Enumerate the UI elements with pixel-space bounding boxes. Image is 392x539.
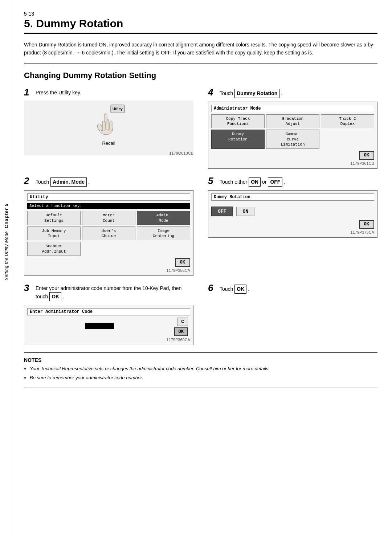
step-1-image: Utility: [24, 101, 193, 155]
side-setting-label: Setting the Utility Mode: [4, 231, 9, 280]
step-3-screen-title: Enter Administrator Code: [27, 308, 190, 315]
step-3-c-btn[interactable]: C: [177, 318, 188, 326]
step-1-caption: 1179O010CB: [24, 151, 193, 155]
step-6-number: 6: [208, 283, 217, 293]
step-1-text: Press the Utility key.: [36, 87, 81, 97]
svg-rect-3: [102, 121, 105, 131]
step-2-block: 2 Touch Admin. Mode . Utility Select a f…: [24, 176, 193, 276]
step-2-btn-scanner[interactable]: Scanner Addr.Input: [27, 242, 81, 256]
step-3-box: OK: [49, 292, 61, 301]
step-3-body: C OK: [27, 318, 190, 336]
step-3-number: 3: [24, 283, 33, 293]
svg-text:Utility: Utility: [113, 107, 123, 111]
step-5-box-off: OFF: [268, 177, 282, 187]
notes-list: Your Technical Representative sets or ch…: [24, 365, 377, 382]
step-4-number: 4: [208, 87, 217, 97]
step-5-screen-title: Dummy Rotation: [211, 193, 374, 201]
step-2-btn-image[interactable]: Image Centering: [137, 226, 190, 241]
notes-section: NOTES Your Technical Representative sets…: [24, 352, 377, 388]
utility-hand-icon: Utility: [91, 104, 127, 137]
step-3-ok-btn[interactable]: OK: [174, 327, 188, 336]
step-4-text-pre: Touch Dummy Rotation .: [220, 87, 282, 98]
step-4-btn-gradation[interactable]: Gradation Adjust: [266, 114, 319, 128]
recall-label: Recall: [102, 140, 115, 146]
step-4-btn-grid: Copy Track Functions Gradation Adjust Th…: [211, 114, 374, 149]
step-4-empty-cell: [321, 130, 374, 149]
step-2-btn-job-memory[interactable]: Job Memory Input: [27, 226, 81, 241]
step-2-btn-meter[interactable]: Meter Count: [82, 211, 135, 225]
step-3-block: 3 Enter your administrator code number f…: [24, 283, 193, 345]
chapter-title: 5. Dummy Rotation: [24, 17, 377, 34]
step-2-btn-default[interactable]: Default Settings: [27, 211, 81, 225]
step-6-header: 6 Touch OK .: [208, 283, 377, 294]
step-2-box: Admin. Mode: [50, 177, 87, 187]
step-2-ok-row: OK: [27, 258, 190, 267]
step-5-caption: 1179P375CA: [211, 230, 374, 234]
step-5-off-btn[interactable]: OFF: [211, 207, 233, 216]
step-2-btn-grid: Default Settings Meter Count Admin. Mode: [27, 211, 190, 256]
step-3-right-btns: C OK: [172, 318, 190, 336]
step-1-block: 1 Press the Utility key. Utility: [24, 87, 193, 169]
step-2-caption: 1179P356CA: [27, 268, 190, 273]
section-heading: Changing Dummy Rotation Setting: [24, 71, 377, 80]
step-4-screen: Administrator Mode Copy Track Functions …: [208, 102, 377, 169]
step-3-code-input-area: [27, 318, 172, 332]
step-4-screen-title: Administrator Mode: [211, 105, 374, 112]
steps-grid: 1 Press the Utility key. Utility: [24, 87, 377, 345]
step-2-btn-users[interactable]: User's Choice: [82, 226, 135, 241]
step-4-ok-btn[interactable]: OK: [359, 151, 374, 160]
step-4-ok-row: OK: [211, 151, 374, 160]
svg-rect-7: [104, 114, 107, 122]
utility-icon-area: Utility: [24, 101, 193, 150]
svg-rect-5: [110, 121, 112, 130]
step-3-code-input-box[interactable]: [85, 323, 114, 329]
note-1: Your Technical Representative sets or ch…: [30, 365, 377, 373]
step-3-header: 3 Enter your administrator code number f…: [24, 283, 193, 301]
step-4-caption: 1179P361CB: [211, 161, 374, 166]
note-2: Be sure to remember your administrator c…: [30, 374, 377, 382]
intro-text: When Dummy Rotation is turned ON, improv…: [24, 41, 377, 64]
step-1-header: 1 Press the Utility key.: [24, 87, 193, 97]
step-3-text: Enter your administrator code number fro…: [36, 283, 193, 301]
step-3-caption: 1179P360CA: [27, 338, 190, 342]
step-3-screen: Enter Administrator Code C OK 1179P360CA: [24, 305, 193, 345]
side-tab: Chapter 5 Setting the Utility Mode: [0, 0, 13, 539]
step-3-input-area: [27, 318, 172, 336]
notes-text: Your Technical Representative sets or ch…: [24, 365, 377, 382]
step-2-screen-title: Utility: [27, 193, 190, 201]
step-5-on-btn[interactable]: ON: [236, 207, 254, 216]
step-5-dr-btn-row: OFF ON: [211, 203, 374, 218]
page-number: 5-13: [24, 11, 377, 17]
notes-title: NOTES: [24, 357, 377, 363]
step-5-screen: Dummy Rotation OFF ON OK 1179P375CA: [208, 190, 377, 238]
step-1-number: 1: [24, 87, 33, 97]
step-2-header: 2 Touch Admin. Mode .: [24, 176, 193, 187]
step-2-number: 2: [24, 176, 33, 185]
step-5-header: 5 Touch either ON or OFF .: [208, 176, 377, 187]
step-4-btn-dummy-rotation[interactable]: Dummy Rotation: [211, 130, 265, 149]
step-4-header: 4 Touch Dummy Rotation .: [208, 87, 377, 98]
step-5-number: 5: [208, 176, 217, 185]
step-4-box: Dummy Rotation: [234, 89, 279, 98]
step-5-ok-btn[interactable]: OK: [359, 220, 374, 229]
step-5-text: Touch either ON or OFF .: [220, 176, 285, 187]
step-6-box: OK: [234, 285, 246, 294]
step-5-box-on: ON: [249, 177, 261, 187]
step-2-select-text: Select a function key.: [27, 203, 190, 209]
step-2-text: Touch Admin. Mode .: [36, 176, 90, 187]
step-4-btn-gamma[interactable]: Gamma- curve Limitation: [266, 130, 319, 149]
step-2-ok-btn[interactable]: OK: [175, 258, 190, 267]
step-2-screen: Utility Select a function key. Default S…: [24, 190, 193, 276]
step-4-btn-copy-track[interactable]: Copy Track Functions: [211, 114, 265, 128]
side-chapter-label: Chapter 5: [4, 203, 9, 228]
main-content: 5-13 5. Dummy Rotation When Dummy Rotati…: [13, 0, 392, 539]
step-6-block: 6 Touch OK .: [208, 283, 377, 345]
step-4-btn-thick[interactable]: Thick 2 Duplex: [321, 114, 374, 128]
step-2-btn-admin[interactable]: Admin. Mode: [137, 211, 190, 225]
step-5-ok-row: OK: [211, 220, 374, 229]
step-5-block: 5 Touch either ON or OFF . Dummy Rotatio…: [208, 176, 377, 276]
step-6-text: Touch OK .: [220, 283, 249, 294]
step-4-block: 4 Touch Dummy Rotation . Administrator M…: [208, 87, 377, 169]
